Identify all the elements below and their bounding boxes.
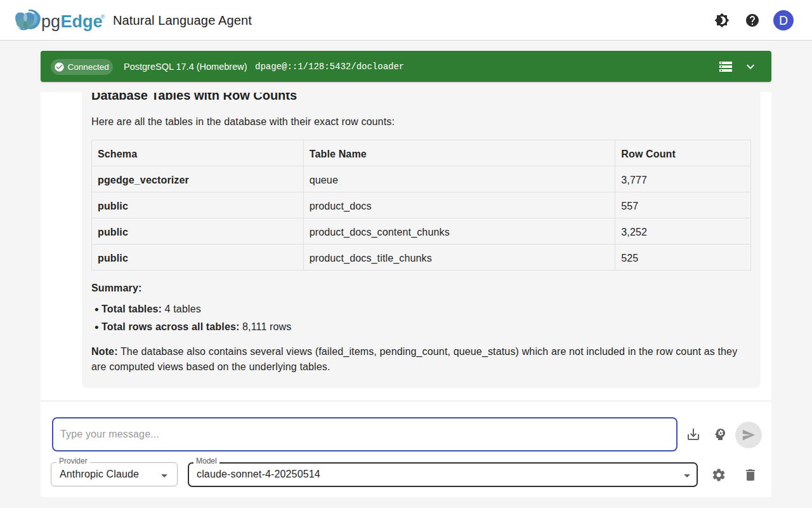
svg-text:pg: pg	[41, 12, 60, 31]
svg-text:Edge: Edge	[61, 12, 103, 31]
svg-text:®: ®	[101, 13, 105, 20]
